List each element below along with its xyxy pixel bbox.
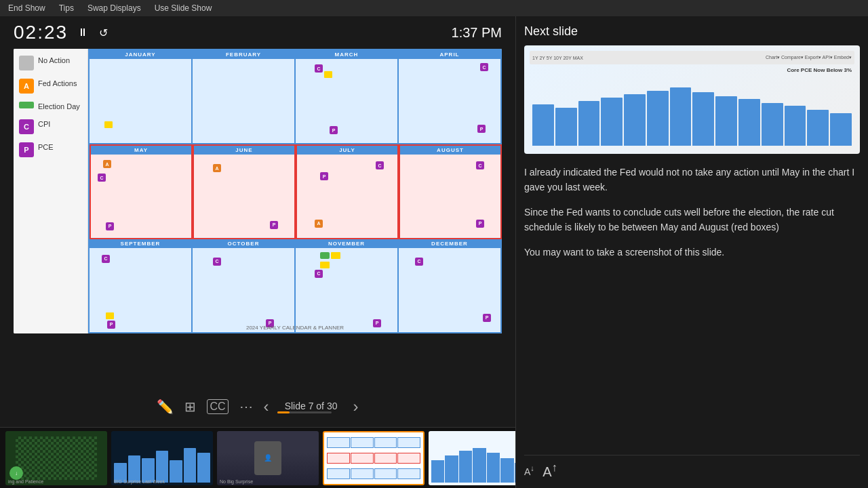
font-controls: A↓ A↑ (524, 455, 860, 480)
next-slide-preview: 1Y 2Y 5Y 10Y 20Y MAX Chart▾ Compare▾ Exp… (524, 45, 860, 154)
thumbnail-2[interactable]: BIG Surprise Last Week (111, 431, 213, 485)
controls-bar: ✏️ ⊞ CC ⋯ ‹ Slide 7 of 30 › (0, 386, 515, 427)
cpi-badge: C (19, 119, 34, 134)
legend-election-day-label: Election Day (38, 102, 80, 111)
month-may: MAY A C P (90, 144, 193, 239)
notes-para-2: Since the Fed wants to conclude cuts wel… (524, 205, 860, 235)
thumbnail-3[interactable]: 👤 No Big Surprise (217, 431, 319, 485)
next-slide-button[interactable]: › (353, 397, 359, 416)
menu-use-slide-show[interactable]: Use Slide Show (155, 3, 212, 13)
pause-button[interactable]: ⏸ (75, 25, 91, 40)
month-december: DECEMBER C P (399, 239, 502, 333)
thumbnail-4[interactable] (323, 431, 425, 485)
slide-counter: Slide 7 of 30 (277, 401, 345, 411)
grid-icon[interactable]: ⊞ (184, 399, 196, 415)
next-slide-header: Next slide (524, 24, 860, 39)
decrease-font-button[interactable]: A↓ (524, 464, 534, 477)
thumbnails-strip: ing and Patience BIG Surprise Last Week (0, 427, 515, 488)
dots-icon[interactable]: ⋯ (239, 399, 253, 415)
pce-badge: P (19, 142, 34, 157)
month-june: JUNE A P (193, 144, 296, 239)
thumb-2-label: BIG Surprise Last Week (114, 479, 165, 484)
clock-display: 1:37 PM (452, 25, 502, 41)
main-container: 02:23 ⏸ ↺ 1:37 PM No Action A (0, 16, 868, 488)
month-september: SEPTEMBER C P (90, 239, 193, 333)
notes-para-3: You may want to take a screenshot of thi… (524, 245, 860, 260)
month-august: AUGUST C P (399, 144, 502, 239)
thumb-3-label: No Big Surprise (220, 479, 253, 484)
menu-swap-displays[interactable]: Swap Displays (87, 3, 141, 13)
slide-footer: 2024 YEARLY CALENDAR & PLANNER (88, 325, 502, 331)
slide-frame: No Action A Fed Actions Election Day C (14, 49, 502, 333)
legend-no-action: No Action (19, 56, 82, 70)
legend-pce-label: PCE (38, 142, 54, 152)
progress-bar (277, 411, 332, 413)
month-january: JANUARY (90, 50, 193, 144)
timer-display: 02:23 (14, 22, 68, 43)
slide-legend: No Action A Fed Actions Election Day C (14, 49, 88, 333)
legend-fed-actions-label: Fed Actions (38, 79, 77, 88)
menu-bar: End Show Tips Swap Displays Use Slide Sh… (0, 0, 868, 16)
fed-actions-badge: A (19, 79, 34, 94)
legend-fed-actions: A Fed Actions (19, 79, 82, 94)
thumbnail-5[interactable] (429, 431, 515, 485)
month-february: FEBRUARY (193, 50, 296, 144)
menu-tips[interactable]: Tips (59, 3, 74, 13)
month-november: NOVEMBER C P (296, 239, 399, 333)
prev-slide-button[interactable]: ‹ (264, 397, 269, 416)
next-slide-img: 1Y 2Y 5Y 10Y 20Y MAX Chart▾ Compare▾ Exp… (524, 45, 860, 154)
left-panel: 02:23 ⏸ ↺ 1:37 PM No Action A (0, 16, 515, 488)
legend-pce: P PCE (19, 142, 82, 157)
increase-font-button[interactable]: A↑ (542, 461, 557, 480)
calendar-grid: JANUARY FEBRUARY (88, 49, 502, 333)
legend-election-day: Election Day (19, 102, 82, 111)
notes-text: I already indicated the Fed would not no… (524, 165, 860, 455)
refresh-button[interactable]: ↺ (96, 25, 111, 41)
mini-chart-area (530, 75, 854, 148)
legend-cpi: C CPI (19, 119, 82, 134)
thumb-1-label: ing and Patience (8, 479, 43, 484)
legend-no-action-label: No Action (38, 56, 70, 65)
legend-cpi-label: CPI (38, 119, 50, 129)
progress-fill (277, 411, 290, 413)
month-april: APRIL C P (399, 50, 502, 144)
right-panel: Next slide 1Y 2Y 5Y 10Y 20Y MAX Chart▾ C… (515, 16, 868, 488)
month-july: JULY C P A (296, 144, 399, 239)
slide-container: No Action A Fed Actions Election Day C (0, 49, 515, 386)
nav-area: ‹ Slide 7 of 30 › (264, 397, 359, 416)
notes-para-1: I already indicated the Fed would not no… (524, 165, 860, 195)
month-march: MARCH C P (296, 50, 399, 144)
cc-icon[interactable]: CC (207, 399, 228, 414)
pencil-icon[interactable]: ✏️ (157, 399, 174, 415)
timer-bar: 02:23 ⏸ ↺ 1:37 PM (0, 16, 515, 49)
month-october: OCTOBER C P (193, 239, 296, 333)
menu-end-show[interactable]: End Show (8, 3, 45, 13)
timer-controls: ⏸ ↺ (75, 25, 111, 41)
